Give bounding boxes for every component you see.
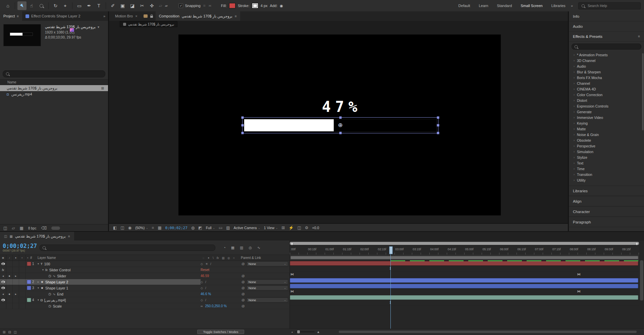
hand-tool[interactable]: ☜ xyxy=(27,1,36,10)
viewport[interactable]: 47% ⊕ xyxy=(109,27,568,223)
project-item-composition[interactable]: بروجريس بار $170 شريط تقدمي ⊞ xyxy=(0,85,108,91)
effects-category[interactable]: › Blur & Sharpen xyxy=(569,69,644,75)
master-switch-icon[interactable]: ▥ xyxy=(240,246,243,250)
effects-category[interactable]: › Perspective xyxy=(569,143,644,149)
solo-toggle[interactable] xyxy=(13,261,19,267)
stroke-width-value[interactable]: 4 px xyxy=(261,4,268,8)
comp-navigator-tag[interactable]: بروجريس بار $170 شريط تقدمي xyxy=(120,21,177,27)
effects-category[interactable]: › Text xyxy=(569,160,644,166)
panel-section[interactable]: Info xyxy=(569,11,644,21)
selection-handle[interactable] xyxy=(241,132,244,134)
twirl-icon[interactable]: ▾ xyxy=(42,268,44,271)
quality-switch-icon[interactable]: / xyxy=(210,262,211,266)
more-tabs-icon[interactable]: » xyxy=(101,14,108,18)
time-navigator[interactable] xyxy=(290,242,639,245)
drag-handle[interactable] xyxy=(51,226,60,230)
zoom-slider[interactable] xyxy=(295,331,315,332)
fx-badge[interactable]: fx xyxy=(0,267,6,273)
scrollbar[interactable] xyxy=(640,260,643,300)
workspace-item[interactable]: Libraries xyxy=(551,4,566,8)
reset-button[interactable]: Reset xyxy=(201,268,209,272)
master-switch-icon[interactable]: ◎ xyxy=(249,246,252,250)
fast-preview-icon[interactable]: ⚡ xyxy=(288,225,293,230)
link-dimensions-icon[interactable]: ∞ xyxy=(201,305,203,308)
viewer-timecode[interactable]: 0;00;02;27 xyxy=(165,226,187,230)
composition-canvas[interactable]: 47% ⊕ xyxy=(178,35,501,215)
axis-mode-icon[interactable]: ▰ xyxy=(165,3,168,8)
pan-behind-tool[interactable]: ⌖ xyxy=(61,1,70,10)
layer-switches[interactable]: ◇ / xyxy=(199,280,241,284)
layer-name[interactable]: ▾ ★ Shape Layer 1 xyxy=(38,286,199,290)
new-composition-icon[interactable]: ▦ xyxy=(20,226,23,230)
puppet-pin-tool[interactable]: ✜ xyxy=(147,1,156,10)
pickwhip-icon[interactable]: @ xyxy=(241,298,245,302)
display-icon[interactable]: ◫ xyxy=(120,225,124,230)
effects-search-box[interactable] xyxy=(572,44,641,50)
chevron-down-icon[interactable]: ▾ xyxy=(98,25,99,29)
effects-category[interactable]: › Boris FX Mocha xyxy=(569,75,644,80)
effects-category[interactable]: › Matte xyxy=(569,126,644,132)
work-area-bar[interactable] xyxy=(290,256,638,259)
layer-bar-shape-layer-2[interactable] xyxy=(290,278,638,283)
snap-option-icon[interactable]: ⌗ xyxy=(203,3,206,8)
label-color-chip[interactable] xyxy=(27,262,31,266)
audio-toggle[interactable] xyxy=(6,279,13,285)
pixel-aspect-icon[interactable]: ⊞ xyxy=(281,225,285,230)
expand-transfer-controls-icon[interactable]: ⊞ xyxy=(3,330,5,334)
effects-category[interactable]: › Stylize xyxy=(569,154,644,160)
workspace-item[interactable]: Small Screen xyxy=(521,4,542,8)
stopwatch-icon[interactable]: ◷ xyxy=(48,304,51,308)
solo-toggle[interactable] xyxy=(13,279,19,285)
tab-motion-bro[interactable]: Motion Bro × xyxy=(112,11,141,21)
quality-switch-icon[interactable]: / xyxy=(205,298,206,302)
parent-dropdown[interactable]: None⌄ xyxy=(247,261,288,266)
twirl-icon[interactable]: ▸ xyxy=(38,280,39,283)
panel-section[interactable]: Character xyxy=(569,206,644,217)
grid-icon[interactable]: ▦ xyxy=(158,225,161,230)
property-row-scale[interactable]: ◷ Scale ∞ 250.0,250.0 % @ xyxy=(0,303,289,309)
axis-mode-icon[interactable]: ▱ xyxy=(159,3,162,8)
end-value[interactable]: 46.6 % xyxy=(201,292,211,296)
slider-value[interactable]: 46.59 xyxy=(201,274,209,278)
lock-toggle[interactable] xyxy=(19,285,25,291)
pickwhip-icon[interactable]: @ xyxy=(241,286,245,290)
pen-tool[interactable]: ✒ xyxy=(85,1,94,10)
visibility-toggle[interactable] xyxy=(0,261,6,267)
quality-switch-icon[interactable]: / xyxy=(205,280,206,284)
layer-name[interactable]: ▾ ◘ [ريفرنس.mp4] xyxy=(38,298,199,302)
effects-category[interactable]: › Obsolete xyxy=(569,137,644,143)
navigator-handle[interactable] xyxy=(635,242,638,245)
project-item-footage[interactable]: ◘ ريفرنس.mp4 xyxy=(0,91,108,97)
expand-in-out-icon[interactable]: ◫ xyxy=(14,330,17,334)
panel-section[interactable]: Align xyxy=(569,196,644,206)
timeline-graph[interactable]: :00f00:15f01:00f01:15f02:00f02:15f03:00f… xyxy=(290,241,644,329)
parent-dropdown[interactable]: None⌄ xyxy=(247,297,288,303)
panel-section[interactable]: Libraries xyxy=(569,186,644,196)
magnification-dropdown[interactable]: (50%)⌄ xyxy=(135,226,148,230)
expression-pickwhip-icon[interactable]: @ xyxy=(241,304,245,308)
label-color-chip[interactable] xyxy=(27,298,31,302)
twirl-icon[interactable]: ▾ xyxy=(38,262,39,265)
property-name[interactable]: ◷ ∿ End xyxy=(38,292,199,296)
camera-dropdown[interactable]: Active Camera⌄ xyxy=(234,226,260,230)
keyframe-icon[interactable]: ⋈ xyxy=(577,289,581,293)
effects-category[interactable]: › Color Correction xyxy=(569,92,644,97)
effects-category[interactable]: › Noise & Grain xyxy=(569,132,644,137)
lock-toggle[interactable] xyxy=(19,261,25,267)
effects-category[interactable]: › CINEMA 4D xyxy=(569,86,644,92)
panel-section[interactable]: Audio xyxy=(569,21,644,31)
zoom-out-icon[interactable]: ▲ xyxy=(291,331,293,333)
selection-handle[interactable] xyxy=(437,132,439,134)
exposure-value[interactable]: +0.0 xyxy=(312,226,319,230)
zoom-in-icon[interactable]: ▲ xyxy=(317,330,320,334)
layer-row-100[interactable]: 1 ▾ T 100 ◇ ☀ / @ None⌄ xyxy=(0,261,289,267)
effects-category[interactable]: › Expression Controls xyxy=(569,103,644,109)
current-time-indicator[interactable] xyxy=(390,246,391,329)
lock-toggle[interactable] xyxy=(19,297,25,303)
navigator-handle[interactable] xyxy=(290,242,293,245)
always-preview-icon[interactable]: ◧ xyxy=(113,225,117,230)
workspace-item[interactable]: Learn xyxy=(479,4,488,8)
keyframe-icon[interactable]: ⋈ xyxy=(290,272,294,276)
selection-handle[interactable] xyxy=(339,117,341,119)
pickwhip-icon[interactable]: @ xyxy=(241,280,245,284)
